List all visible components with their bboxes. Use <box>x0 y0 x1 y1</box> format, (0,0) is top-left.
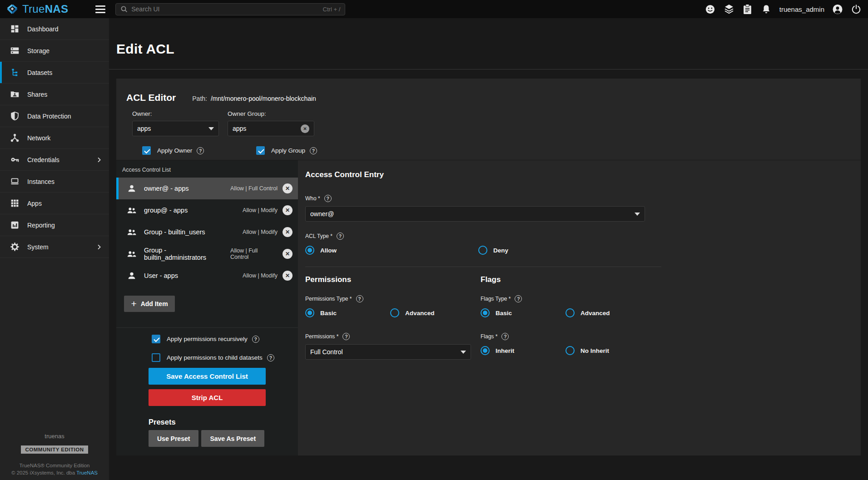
apply-owner-label: Apply Owner <box>157 147 192 154</box>
sidebar-item-dashboard[interactable]: Dashboard <box>0 18 109 40</box>
presets-title: Presets <box>149 418 298 426</box>
sidebar-item-instances[interactable]: Instances <box>0 171 109 193</box>
flags-type-basic-option[interactable]: Basic <box>481 308 565 317</box>
acl-entry-row[interactable]: group@ - apps Allow | Modify <box>116 199 298 221</box>
save-as-preset-button[interactable]: Save As Preset <box>201 430 264 447</box>
path-label: Path: <box>192 95 207 102</box>
sidebar-item-credentials[interactable]: Credentials <box>0 149 109 171</box>
apply-owner-row: Apply Owner <box>142 146 256 155</box>
sidebar-item-storage[interactable]: Storage <box>0 40 109 62</box>
clear-icon[interactable] <box>301 124 309 133</box>
who-label: Who * <box>305 195 853 202</box>
acl-entry-row[interactable]: Group - builtin_administrators Allow | F… <box>116 243 298 265</box>
owner-field: Owner: apps <box>132 110 219 136</box>
help-icon[interactable] <box>197 147 204 154</box>
jobs-clipboard-icon[interactable] <box>742 4 753 15</box>
search-input[interactable]: Search UI Ctrl + / <box>115 3 345 15</box>
help-icon[interactable] <box>310 147 317 154</box>
truenas-logo-icon <box>6 4 18 15</box>
acl-entry-row[interactable]: User - apps Allow | Modify <box>116 265 298 287</box>
radio-advanced[interactable] <box>390 308 399 317</box>
recursive-checkbox[interactable] <box>152 335 160 343</box>
footer-copyright-text: © 2025 iXsystems, Inc. dba TrueNAS <box>0 470 109 475</box>
sidebar-footer: truenas COMMUNITY EDITION TrueNAS® Commu… <box>0 433 109 475</box>
owner-group-label: Owner Group: <box>228 110 314 117</box>
who-select[interactable]: owner@ <box>305 206 645 222</box>
permissions-type-basic-option[interactable]: Basic <box>305 308 390 317</box>
delete-ace-icon[interactable] <box>283 271 293 281</box>
shield-icon <box>9 111 20 121</box>
search-placeholder: Search UI <box>131 5 319 13</box>
truecommand-stack-icon[interactable] <box>724 4 734 15</box>
sidebar-item-datasets[interactable]: Datasets <box>0 62 109 84</box>
acl-entry-row[interactable]: Group - builtin_users Allow | Modify <box>116 221 298 243</box>
flags-inherit-option[interactable]: Inherit <box>481 346 565 355</box>
group-icon <box>127 249 137 259</box>
sidebar-item-shares[interactable]: Shares <box>0 84 109 105</box>
strip-acl-button[interactable]: Strip ACL <box>149 389 266 406</box>
permissions-label: Permissions * <box>305 333 481 340</box>
owner-group-input[interactable]: apps <box>228 121 314 136</box>
menu-toggle-icon[interactable] <box>95 5 105 13</box>
permissions-select[interactable]: Full Control <box>305 344 471 360</box>
help-icon[interactable] <box>356 295 363 302</box>
caret-down-icon <box>635 213 640 216</box>
radio-basic[interactable] <box>481 308 490 317</box>
acl-type-allow-option[interactable]: Allow <box>305 246 478 255</box>
radio-advanced[interactable] <box>565 308 575 317</box>
help-icon[interactable] <box>337 233 344 240</box>
sidebar-item-reporting[interactable]: Reporting <box>0 214 109 236</box>
person-icon <box>127 183 137 193</box>
truenas-logo[interactable]: TrueNAS <box>6 3 68 15</box>
permissions-type-label: Permissions Type * <box>305 295 481 302</box>
help-icon[interactable] <box>342 333 350 340</box>
section-divider <box>305 267 661 267</box>
sidebar-item-network[interactable]: Network <box>0 127 109 149</box>
plus-icon: + <box>131 299 136 308</box>
acl-type-deny-option[interactable]: Deny <box>478 246 508 255</box>
power-icon[interactable] <box>851 4 862 15</box>
owner-select[interactable]: apps <box>132 121 219 136</box>
apply-group-checkbox[interactable] <box>256 146 265 155</box>
permissions-type-advanced-option[interactable]: Advanced <box>390 308 435 317</box>
flags-section: Flags Flags Type * Basic Advanced <box>481 275 853 360</box>
storage-icon <box>9 46 20 55</box>
user-avatar-icon[interactable] <box>832 4 843 15</box>
laptop-icon <box>9 177 20 186</box>
help-icon[interactable] <box>267 354 274 361</box>
delete-ace-icon[interactable] <box>283 227 293 237</box>
apply-owner-checkbox[interactable] <box>142 146 151 155</box>
radio-allow[interactable] <box>305 246 314 255</box>
feedback-smiley-icon[interactable] <box>705 4 716 15</box>
save-acl-button[interactable]: Save Access Control List <box>149 368 266 385</box>
delete-ace-icon[interactable] <box>283 183 293 193</box>
help-icon[interactable] <box>324 195 332 202</box>
acl-entry-row[interactable]: owner@ - apps Allow | Full Control <box>116 178 298 199</box>
use-preset-button[interactable]: Use Preset <box>149 430 198 447</box>
help-icon[interactable] <box>252 336 259 343</box>
sidebar-item-system[interactable]: System <box>0 236 109 258</box>
radio-basic[interactable] <box>305 308 314 317</box>
help-icon[interactable] <box>501 333 509 340</box>
flags-type-advanced-option[interactable]: Advanced <box>565 308 610 317</box>
delete-ace-icon[interactable] <box>283 205 293 215</box>
acl-type-field: ACL Type * Allow Deny <box>305 233 853 255</box>
network-icon <box>9 133 20 143</box>
child-datasets-row: Apply permissions to child datasets <box>152 353 298 362</box>
sidebar-item-apps[interactable]: Apps <box>0 193 109 214</box>
topbar: TrueNAS Search UI Ctrl + / <box>0 0 868 18</box>
flags-no-inherit-option[interactable]: No Inherit <box>565 346 609 355</box>
gear-icon <box>9 242 20 252</box>
add-item-button[interactable]: + Add Item <box>124 296 175 312</box>
sidebar-item-data-protection[interactable]: Data Protection <box>0 105 109 127</box>
acl-type-label: ACL Type * <box>305 233 853 240</box>
child-datasets-checkbox[interactable] <box>152 353 160 362</box>
access-control-list-panel: Access Control List owner@ - apps Allow … <box>116 160 298 455</box>
truenas-link[interactable]: TrueNAS <box>76 470 98 475</box>
radio-inherit[interactable] <box>481 346 490 355</box>
help-icon[interactable] <box>515 295 522 302</box>
radio-deny[interactable] <box>478 246 487 255</box>
delete-ace-icon[interactable] <box>283 249 293 259</box>
radio-no-inherit[interactable] <box>565 346 575 355</box>
alerts-bell-icon[interactable] <box>761 4 772 15</box>
